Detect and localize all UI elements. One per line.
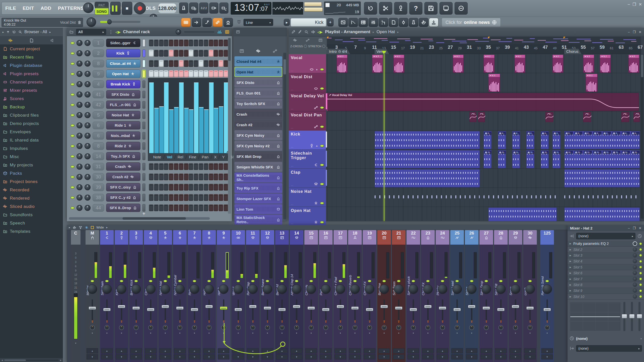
strip-fader-handle[interactable] xyxy=(118,305,125,308)
step-cell[interactable] xyxy=(169,163,173,170)
velocity-bar[interactable] xyxy=(214,108,218,153)
strip-fader-handle[interactable] xyxy=(351,306,359,310)
browser-item[interactable]: IL shared data xyxy=(0,136,63,144)
slot-enable-led[interactable] xyxy=(639,278,642,280)
audio-clip[interactable]: ⇥ V..l xyxy=(552,55,563,73)
strip-pan-knob[interactable] xyxy=(117,284,126,294)
channel-button[interactable]: Toy..h SFX xyxy=(106,152,140,160)
channel-route-number[interactable]: 38 xyxy=(93,194,104,201)
pause-button[interactable]: ▌▌ xyxy=(110,2,121,15)
browser-item[interactable]: Soundfonts xyxy=(0,211,63,219)
samples-tab-icon[interactable] xyxy=(256,49,261,53)
strip-up-button[interactable]: ▲ xyxy=(87,348,98,353)
step-cell[interactable] xyxy=(204,204,208,211)
step-cell[interactable] xyxy=(189,39,193,46)
browser-item[interactable]: Clipboard files xyxy=(0,111,63,119)
mixer-strip-M[interactable]: MMaster⇧▲▼ xyxy=(86,230,99,362)
channel-volume-knob[interactable] xyxy=(85,184,91,190)
graph-tab-vel[interactable]: Vel xyxy=(164,155,176,159)
strip-fader-handle[interactable] xyxy=(307,306,315,310)
playlist-timeline[interactable]: 1357911131517192123252729313335373941434… xyxy=(327,44,641,54)
strip-pan-knob[interactable] xyxy=(160,284,170,294)
stereo-sep-knob[interactable] xyxy=(411,325,416,330)
mixer-strip-4[interactable]: 4Clap⇧▲▼ xyxy=(144,230,157,362)
channel-enable-led[interactable] xyxy=(70,207,74,209)
strip-mute-led[interactable] xyxy=(397,280,401,282)
browser-item[interactable]: Scores xyxy=(0,95,63,103)
strip-mute-led[interactable] xyxy=(164,280,167,282)
stereo-sep-knob[interactable] xyxy=(352,325,357,330)
step-cell[interactable] xyxy=(169,173,173,180)
channel-pan-knob[interactable] xyxy=(76,122,83,128)
stereo-sep-knob[interactable] xyxy=(221,325,226,330)
channel-volume-knob[interactable] xyxy=(85,81,91,87)
strip-pan-knob[interactable] xyxy=(423,284,433,294)
stereo-sep-knob[interactable] xyxy=(309,325,314,330)
strip-down-button[interactable]: ▼ xyxy=(291,354,302,359)
menu-item-file[interactable]: FILE xyxy=(5,6,16,11)
plugin-picker-button[interactable] xyxy=(399,18,408,27)
channel-route-number[interactable]: 1 xyxy=(93,39,104,47)
strip-down-button[interactable]: ▼ xyxy=(335,354,346,359)
channel-pan-knob[interactable] xyxy=(76,40,83,46)
strip-up-button[interactable]: ▲ xyxy=(495,348,507,353)
step-cell[interactable] xyxy=(174,184,178,191)
step-cell[interactable] xyxy=(164,184,168,191)
slot-expand-arrow[interactable]: ▶ xyxy=(570,284,571,286)
strip-up-button[interactable]: ▲ xyxy=(541,348,553,353)
channel-pan-knob[interactable] xyxy=(76,61,83,67)
strip-down-button[interactable]: ▼ xyxy=(495,354,507,359)
step-cell[interactable] xyxy=(214,194,218,201)
velocity-bar[interactable] xyxy=(209,82,214,153)
step-cell[interactable] xyxy=(189,204,193,211)
audio-clip[interactable]: ⇥ V..l xyxy=(484,55,494,73)
channel-rack-titlebar[interactable]: All▸ ⋮ ◁▶ Channel rack xyxy=(67,28,232,36)
channel-volume-knob[interactable] xyxy=(85,61,91,67)
strip-pan-knob[interactable] xyxy=(233,284,243,294)
step-cell[interactable] xyxy=(179,163,183,170)
record-button[interactable] xyxy=(134,2,146,14)
channel-mute-tag[interactable] xyxy=(142,173,145,181)
strip-down-button[interactable]: ▼ xyxy=(218,354,229,359)
browser-item[interactable]: Recent files xyxy=(0,53,63,61)
track-led[interactable] xyxy=(320,87,324,90)
slot-mix-knob[interactable] xyxy=(633,288,637,293)
strip-header[interactable]: 4 xyxy=(144,230,157,245)
picker-scrollbar[interactable] xyxy=(283,53,286,219)
step-cell[interactable] xyxy=(164,39,168,46)
mixer-strip-26[interactable]: 26String⇧▲▼ xyxy=(465,230,478,362)
strip-mute-led[interactable] xyxy=(120,280,124,282)
channel-enable-led[interactable] xyxy=(70,155,74,158)
strip-up-button[interactable]: ▲ xyxy=(524,348,536,353)
step-cell[interactable] xyxy=(209,194,213,201)
strip-up-button[interactable]: ▲ xyxy=(510,348,521,353)
graph-tab-fine[interactable]: Fine xyxy=(186,155,200,159)
strip-mute-led[interactable] xyxy=(105,280,109,282)
automation-clip-small[interactable]: ↗V.. xyxy=(583,112,591,122)
channel-pan-knob[interactable] xyxy=(76,71,83,77)
channel-enable-led[interactable] xyxy=(70,134,74,137)
strip-fader-track[interactable] xyxy=(136,299,137,321)
step-cell[interactable] xyxy=(169,50,173,57)
strip-up-button[interactable]: ▲ xyxy=(466,348,477,353)
playlist-track-header[interactable]: Kick...▲ xyxy=(289,130,326,150)
strip-fader-track[interactable] xyxy=(165,299,166,321)
slot-enable-led[interactable] xyxy=(639,266,642,268)
strip-down-button[interactable]: ▼ xyxy=(466,354,477,359)
strip-header[interactable]: 14 xyxy=(290,230,303,245)
slot-enable-led[interactable] xyxy=(639,248,642,251)
strip-fader-track[interactable] xyxy=(296,299,297,321)
channel-route-number[interactable]: 42 xyxy=(93,101,104,109)
typing-to-piano-button[interactable] xyxy=(181,18,191,27)
mixer-strip-2[interactable]: 2Kick⇧▲▼ xyxy=(115,230,128,362)
step-cell[interactable] xyxy=(204,60,208,67)
strip-pan-knob[interactable] xyxy=(306,284,316,294)
step-cell[interactable] xyxy=(204,163,208,170)
strip-down-button[interactable]: ▼ xyxy=(174,354,186,359)
channel-mute-tag[interactable] xyxy=(142,111,145,119)
picker-item[interactable]: MA Constellations Sh.. xyxy=(234,172,282,183)
stereo-sep-knob[interactable] xyxy=(265,325,270,330)
step-cell[interactable] xyxy=(149,50,153,57)
playlist-grid[interactable]: ⇥ V..l⇥ V..l⇥ V..l⇥ V..l⇥ V..l⇥ V..l⇥ V.… xyxy=(327,54,641,221)
strip-header[interactable]: 21 xyxy=(392,230,406,245)
